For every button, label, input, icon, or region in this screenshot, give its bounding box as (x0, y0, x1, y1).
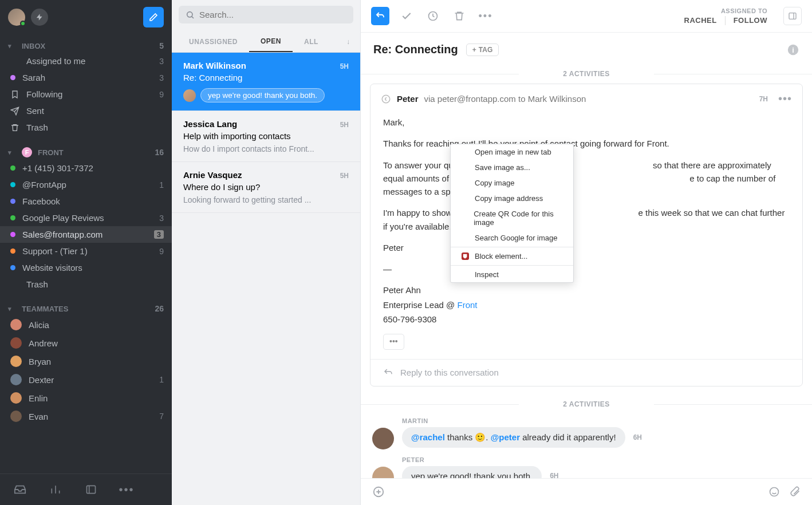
nav-section-header[interactable]: ▾FFRONT16 (0, 145, 172, 160)
msg-p3: I'm happy to show e this week so that we… (383, 206, 790, 233)
reply-placeholder: Reply to this conversation (400, 368, 499, 377)
comment-author: MARTIN (402, 417, 801, 424)
message-header: Peter via peter@frontapp.com to Mark Wil… (370, 84, 802, 113)
reply-button[interactable] (371, 7, 389, 25)
nav-item[interactable]: Dexter1 (0, 370, 172, 389)
conversation-item[interactable]: Mark Wilkinson5HRe: Connectingyep we're … (172, 53, 360, 111)
assigned-label: ASSIGNED TO (684, 7, 768, 14)
attach-icon[interactable] (789, 486, 801, 498)
svg-rect-0 (87, 486, 96, 493)
msg-greeting: Mark, (383, 116, 790, 129)
list-tabs: UNASSIGNEDOPENALL↓ (172, 31, 360, 53)
nav-item[interactable]: Sales@frontapp.com3 (0, 226, 172, 243)
nav-item[interactable]: Sarah3 (0, 69, 172, 86)
nav-item[interactable]: Trash (0, 276, 172, 293)
nav-item[interactable]: Sent (0, 102, 172, 119)
context-menu-item[interactable]: ⛊Block element... (451, 248, 573, 264)
search-input[interactable] (199, 10, 346, 19)
follow-button[interactable]: FOLLOW (734, 16, 767, 25)
conversation-item[interactable]: Jessica Lang5HHelp with importing contac… (172, 111, 360, 162)
snooze-button[interactable] (424, 7, 442, 25)
nav-item[interactable]: Bryan (0, 352, 172, 370)
comment-avatar (372, 428, 394, 449)
nav-item[interactable]: Evan7 (0, 407, 172, 425)
context-menu-item[interactable]: Open image in new tab (451, 144, 573, 160)
search-bar[interactable] (179, 6, 353, 23)
comment-item: MARTIN@rachel thanks 🙂. @peter already d… (361, 414, 812, 453)
nav-item[interactable]: Alicia (0, 315, 172, 334)
context-menu-item[interactable]: Copy image address (451, 191, 573, 206)
nav-item[interactable]: +1 (415) 301-7372 (0, 160, 172, 176)
more-bottom-icon[interactable]: ••• (120, 483, 133, 496)
more-actions-button[interactable]: ••• (476, 7, 495, 25)
tab-unassigned[interactable]: UNASSIGNED (178, 32, 249, 52)
nav-item[interactable]: Facebook (0, 193, 172, 210)
svg-point-1 (187, 11, 192, 17)
bolt-button[interactable] (31, 9, 48, 26)
comment-bubble: @rachel thanks 🙂. @peter already did it … (402, 427, 625, 448)
sender-via: via peter@frontapp.com to Mark Wilkinson (424, 94, 586, 104)
trash-button[interactable] (450, 7, 468, 25)
assigned-name[interactable]: RACHEL (684, 16, 717, 25)
nav-item[interactable]: Enlin (0, 389, 172, 407)
compose-button[interactable] (143, 7, 164, 27)
svg-rect-3 (789, 13, 796, 19)
nav-item[interactable]: Google Play Reviews3 (0, 210, 172, 226)
send-icon (10, 106, 19, 116)
nav-item[interactable]: Assigned to me3 (0, 53, 172, 69)
message-more-icon[interactable]: ••• (778, 92, 792, 105)
trimmed-content-button[interactable]: ••• (383, 334, 404, 350)
sender-name: Peter (397, 94, 419, 104)
sidebar-top (0, 0, 172, 34)
sidebar: ▾Inbox5Assigned to me3Sarah3Following9Se… (0, 0, 172, 505)
trash-icon (10, 123, 19, 132)
context-menu-item[interactable]: Copy image (451, 175, 573, 191)
nav-item[interactable]: Trash (0, 119, 172, 136)
sort-arrow[interactable]: ↓ (342, 32, 354, 52)
context-menu-item[interactable]: Search Google for image (451, 230, 573, 246)
archive-button[interactable] (397, 7, 416, 25)
analytics-icon[interactable] (49, 483, 62, 496)
conversation-item[interactable]: Arnie Vasquez5HWhere do I sign up?Lookin… (172, 162, 360, 213)
sidebar-bottom-bar: ••• (0, 474, 172, 505)
context-menu: Open image in new tabSave image as...Cop… (450, 144, 574, 283)
search-icon (186, 10, 195, 19)
context-menu-item[interactable]: Create QR Code for this image (451, 206, 573, 230)
reply-row[interactable]: Reply to this conversation (370, 359, 802, 386)
nav-item[interactable]: @FrontApp1 (0, 176, 172, 193)
user-avatar[interactable] (8, 9, 25, 26)
tab-open[interactable]: OPEN (249, 31, 293, 52)
message-body: Mark, Thanks for reaching out! I'll be y… (370, 113, 802, 359)
nav-item[interactable]: Andrew (0, 334, 172, 352)
sig-company-link[interactable]: Front (457, 300, 477, 310)
info-icon[interactable]: i (787, 44, 799, 56)
add-attachment-icon[interactable] (372, 486, 385, 498)
nav-item[interactable]: Support - (Tier 1)9 (0, 243, 172, 259)
nav-section-header[interactable]: ▾Inbox5 (0, 39, 172, 53)
message-card: Peter via peter@frontapp.com to Mark Wil… (370, 84, 803, 386)
thread-header: Re: Connecting +TAG i (361, 33, 812, 64)
emoji-icon[interactable] (768, 486, 780, 498)
activities-divider-1: 2 ACTIVITIES (361, 64, 812, 84)
sig-phone: 650-796-9308 (383, 313, 790, 326)
nav-section-header[interactable]: ▾TEAMMATES26 (0, 302, 172, 315)
svg-text:i: i (792, 45, 794, 54)
nav-sections: ▾Inbox5Assigned to me3Sarah3Following9Se… (0, 34, 172, 439)
comment-compose-row[interactable] (361, 478, 812, 505)
contacts-icon[interactable] (85, 483, 97, 496)
add-tag-button[interactable]: +TAG (466, 44, 499, 56)
svg-point-8 (770, 488, 779, 496)
panel-toggle-button[interactable] (783, 7, 802, 25)
thread-panel: ••• ASSIGNED TO RACHEL FOLLOW Re: Connec… (361, 0, 812, 505)
comment-author: PETER (402, 456, 801, 463)
assigned-block: ASSIGNED TO RACHEL FOLLOW (684, 7, 768, 25)
inbox-bottom-icon[interactable] (14, 483, 26, 496)
tab-all[interactable]: ALL (293, 32, 330, 52)
nav-item[interactable]: Following9 (0, 86, 172, 102)
context-menu-item[interactable]: Save image as... (451, 160, 573, 175)
context-menu-item[interactable]: Inspect (451, 267, 573, 282)
thread-subject: Re: Connecting (373, 43, 458, 56)
nav-item[interactable]: Website visitors (0, 259, 172, 276)
svg-point-6 (382, 95, 390, 103)
conversation-list: Mark Wilkinson5HRe: Connectingyep we're … (172, 53, 360, 505)
